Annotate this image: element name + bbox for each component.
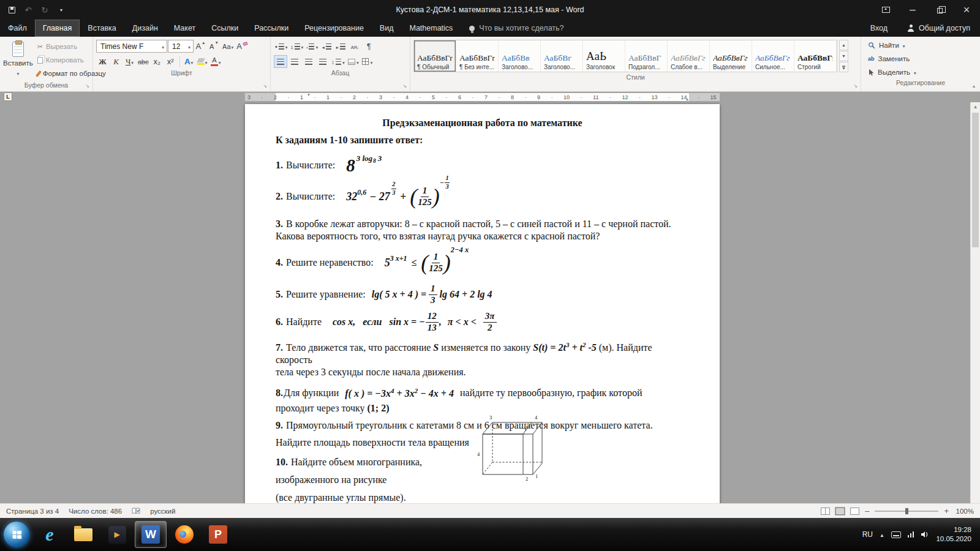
tab-insert[interactable]: Вставка <box>80 20 124 37</box>
grow-font-button[interactable]: А <box>194 40 207 53</box>
font-size-select[interactable]: 12 <box>168 40 194 53</box>
web-layout-button[interactable] <box>850 508 859 515</box>
sign-in-button[interactable]: Вход <box>861 20 897 37</box>
zoom-in-button[interactable] <box>944 506 949 515</box>
tab-mailings[interactable]: Рассылки <box>246 20 296 37</box>
shading-button[interactable] <box>347 55 360 68</box>
style-item-heading1[interactable]: АаБбВвЗаголово... <box>499 40 541 72</box>
customize-quick-access-button[interactable] <box>53 2 69 18</box>
numbering-button[interactable] <box>290 40 305 53</box>
tab-mathematics[interactable]: Mathematics <box>401 20 461 37</box>
taskbar-media-player[interactable] <box>101 521 133 548</box>
save-button[interactable] <box>4 2 20 18</box>
scrollbar-thumb[interactable] <box>972 113 979 247</box>
redo-button[interactable] <box>37 2 53 18</box>
sort-button[interactable] <box>348 40 361 53</box>
replace-button[interactable]: Заменить <box>868 53 973 64</box>
status-word-count[interactable]: Число слов: 486 <box>69 508 122 515</box>
zoom-level[interactable]: 100% <box>954 508 974 515</box>
change-case-button[interactable]: Аа <box>221 40 235 53</box>
align-center-button[interactable] <box>288 55 301 68</box>
vertical-scrollbar[interactable] <box>970 102 980 503</box>
styles-scroll-down-button[interactable] <box>839 51 848 61</box>
font-family-select[interactable]: Times New F <box>96 40 167 53</box>
bold-button[interactable]: Ж <box>96 55 109 68</box>
select-button[interactable]: Выделить <box>868 66 973 78</box>
network-icon[interactable] <box>908 531 914 538</box>
taskbar-internet-explorer[interactable] <box>34 521 66 548</box>
tab-design[interactable]: Дизайн <box>124 20 166 37</box>
print-layout-button[interactable] <box>835 508 845 515</box>
minimize-button[interactable] <box>899 0 926 20</box>
bullets-button[interactable] <box>274 40 289 53</box>
justify-button[interactable] <box>316 55 330 68</box>
status-page[interactable]: Страница 3 из 4 <box>6 508 59 515</box>
decrease-indent-button[interactable] <box>320 40 333 53</box>
styles-more-button[interactable] <box>839 62 848 72</box>
first-line-indent-marker[interactable] <box>307 93 311 97</box>
paragraph-dialog-launcher[interactable] <box>401 83 408 89</box>
keyboard-icon[interactable] <box>891 531 901 538</box>
style-item-heading2[interactable]: АаБбВгЗаголово... <box>541 40 583 72</box>
borders-button[interactable] <box>361 55 374 68</box>
style-item-strong[interactable]: АаБбВвГг,Строгий <box>794 40 837 72</box>
styles-dialog-launcher[interactable] <box>852 83 859 89</box>
taskbar-word[interactable] <box>135 521 167 548</box>
style-item-title[interactable]: АаЬЗаголовок <box>583 40 625 72</box>
subscript-button[interactable]: х₂ <box>151 55 164 68</box>
document-page[interactable]: Предэкзаменационная работа по математике… <box>245 104 720 503</box>
scroll-up-arrow[interactable] <box>971 102 980 111</box>
tray-expand-icon[interactable] <box>880 530 884 539</box>
multilevel-list-button[interactable] <box>305 40 319 53</box>
superscript-button[interactable]: х² <box>164 55 177 68</box>
status-language[interactable]: русский <box>150 508 175 515</box>
ribbon-display-options-button[interactable] <box>872 0 899 20</box>
font-color-button[interactable]: А <box>209 55 222 68</box>
tab-home[interactable]: Главная <box>35 20 80 37</box>
shrink-font-button[interactable]: А <box>208 40 221 53</box>
paste-button[interactable]: Вставить <box>2 38 34 80</box>
styles-scroll-up-button[interactable] <box>839 40 848 50</box>
clear-formatting-button[interactable]: А <box>235 40 249 53</box>
start-button[interactable] <box>4 522 29 547</box>
zoom-slider[interactable] <box>875 511 938 512</box>
line-spacing-button[interactable] <box>330 55 346 68</box>
style-item-intense-emphasis[interactable]: АаБбВвГгСильное... <box>752 40 794 72</box>
tab-layout[interactable]: Макет <box>166 20 203 37</box>
tab-review[interactable]: Рецензирование <box>296 20 372 37</box>
zoom-out-button[interactable] <box>865 506 869 515</box>
tab-file[interactable]: Файл <box>0 20 35 37</box>
restore-button[interactable] <box>926 0 953 20</box>
right-indent-marker[interactable] <box>685 97 689 101</box>
volume-icon[interactable] <box>921 531 929 538</box>
taskbar-powerpoint[interactable] <box>202 521 234 548</box>
tab-references[interactable]: Ссылки <box>203 20 246 37</box>
proofing-icon[interactable] <box>132 508 140 514</box>
read-mode-button[interactable] <box>821 508 830 515</box>
tab-stop-selector[interactable] <box>4 92 12 101</box>
collapse-ribbon-button[interactable] <box>973 83 975 89</box>
font-dialog-launcher[interactable] <box>262 83 268 89</box>
show-formatting-marks-button[interactable] <box>362 40 375 53</box>
taskbar-file-explorer[interactable] <box>67 521 99 548</box>
align-left-button[interactable] <box>274 55 287 68</box>
tell-me-box[interactable]: Что вы хотите сделать? <box>461 20 572 37</box>
style-item-no-spacing[interactable]: АаБбВвГг,¶ Без инте... <box>456 40 499 72</box>
language-indicator[interactable]: RU <box>862 530 873 539</box>
italic-button[interactable]: К <box>110 55 123 68</box>
underline-button[interactable]: Ч <box>123 55 136 68</box>
style-item-emphasis[interactable]: АаБбВвГгВыделение <box>710 40 752 72</box>
style-item-subtitle[interactable]: АаБбВвГПодзагол... <box>625 40 668 72</box>
highlight-color-button[interactable] <box>196 55 209 68</box>
find-button[interactable]: Найти <box>868 39 973 51</box>
tab-view[interactable]: Вид <box>372 20 402 37</box>
close-button[interactable] <box>953 0 980 20</box>
clipboard-dialog-launcher[interactable] <box>84 83 91 89</box>
strikethrough-button[interactable]: abc <box>137 55 150 68</box>
increase-indent-button[interactable] <box>334 40 347 53</box>
taskbar-firefox[interactable] <box>168 521 200 548</box>
undo-button[interactable] <box>20 2 36 18</box>
style-item-normal[interactable]: АаБбВвГг,¶ Обычный <box>414 40 456 72</box>
share-button[interactable]: Общий доступ <box>897 20 980 37</box>
zoom-slider-thumb[interactable] <box>905 508 908 514</box>
